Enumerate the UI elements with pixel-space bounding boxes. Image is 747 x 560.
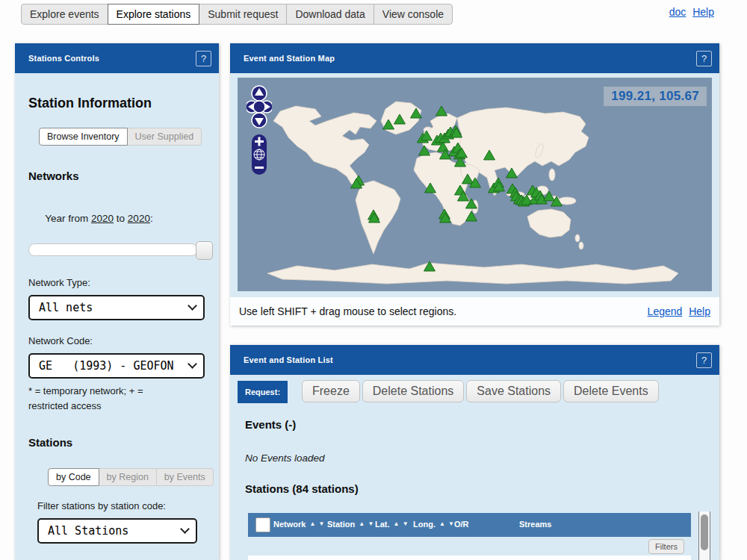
year-slider-handle[interactable] [196, 241, 213, 260]
stations-table-scrollbar[interactable] [698, 511, 710, 560]
tab-view-console[interactable]: View console [374, 4, 453, 25]
year-from-link[interactable]: 2020 [91, 213, 114, 224]
events-empty-text: No Events loaded [245, 452, 325, 464]
scrollbar-thumb[interactable] [701, 514, 708, 550]
station-marker[interactable] [394, 114, 406, 124]
station-information-heading: Station Information [28, 96, 205, 111]
inventory-source-toggle: Browse Inventory User Supplied [39, 128, 202, 146]
delete-events-button[interactable]: Delete Events [563, 380, 659, 402]
station-filter-mode-toggle: by Code by Region by Events [48, 468, 214, 486]
stations-table-header: Network▲ ▼ Station▲ ▼ Lat.▲ ▼ Long.▲ ▼ O… [248, 513, 691, 537]
column-or: O/R [454, 520, 469, 529]
map-footer-links: Legend Help [644, 305, 710, 317]
freeze-button[interactable]: Freeze [302, 380, 360, 402]
column-or-label: O/R [454, 520, 469, 529]
user-supplied-button[interactable]: User Supplied [127, 128, 202, 146]
network-note-line1: * = temporary network; + = [28, 384, 205, 399]
tab-submit-request[interactable]: Submit request [199, 4, 287, 25]
stations-controls-help-button[interactable]: ? [196, 51, 211, 66]
networks-heading: Networks [28, 169, 205, 182]
stations-controls-header: Stations Controls ? [15, 43, 219, 73]
delete-stations-button[interactable]: Delete Stations [362, 380, 465, 402]
map-zoom-control-icon[interactable] [252, 134, 267, 175]
by-code-button[interactable]: by Code [48, 468, 99, 486]
sort-network-icons[interactable]: ▲ ▼ [309, 520, 325, 527]
list-panel-help-button[interactable]: ? [696, 352, 712, 368]
year-range-label: Year from 2020 to 2020: [28, 202, 205, 235]
station-marker[interactable] [411, 108, 422, 118]
map-panel-title: Event and Station Map [244, 54, 335, 63]
column-station-label: Station [327, 520, 355, 529]
browse-inventory-button[interactable]: Browse Inventory [39, 128, 128, 146]
stations-controls-panel: Stations Controls ? Station Information … [15, 43, 219, 560]
network-type-label: Network Type: [28, 277, 205, 288]
table-row[interactable] [248, 556, 691, 560]
map-coordinates-readout: 199.21, 105.67 [604, 87, 707, 106]
station-markers-layer [238, 78, 712, 291]
tab-download-data[interactable]: Download data [286, 4, 374, 25]
network-type-value: All nets [39, 301, 93, 314]
year-range-slider[interactable] [28, 243, 198, 256]
map-panel-help-button[interactable]: ? [696, 51, 712, 66]
tab-explore-stations[interactable]: Explore stations [108, 4, 200, 25]
doc-link[interactable]: doc [669, 6, 686, 18]
filters-button[interactable]: Filters [648, 539, 684, 554]
stations-count-heading: Stations (84 stations) [245, 482, 359, 495]
network-code-value: GE (1993) - GEOFON [39, 359, 174, 373]
station-code-filter-label: Filter stations by station code: [37, 500, 205, 511]
map-help-link[interactable]: Help [689, 305, 710, 317]
network-note-line2: restricted access [28, 399, 205, 414]
by-region-button[interactable]: by Region [99, 468, 157, 486]
network-code-select[interactable]: GE (1993) - GEOFON [28, 353, 205, 379]
column-long: Long.▲ ▼ [413, 520, 455, 529]
station-marker[interactable] [544, 191, 555, 201]
sort-station-icons[interactable]: ▲ ▼ [359, 520, 374, 527]
tab-explore-events[interactable]: Explore events [21, 4, 108, 25]
year-to-link[interactable]: 2020 [128, 213, 150, 224]
station-marker[interactable] [425, 183, 436, 193]
station-marker[interactable] [506, 168, 518, 178]
chevron-down-icon [187, 301, 197, 311]
network-note: * = temporary network; + = restricted ac… [28, 384, 205, 414]
world-map[interactable]: 199.21, 105.67 [238, 78, 712, 291]
help-link[interactable]: Help [692, 6, 714, 18]
map-pan-control-icon[interactable] [247, 85, 272, 128]
list-panel-title: Event and Station List [244, 355, 333, 364]
station-code-select[interactable]: All Stations [37, 518, 197, 544]
by-events-button[interactable]: by Events [156, 468, 214, 486]
column-long-label: Long. [413, 520, 436, 529]
select-all-checkbox[interactable] [255, 517, 270, 532]
legend-link[interactable]: Legend [648, 305, 683, 317]
column-station: Station▲ ▼ [327, 520, 374, 529]
chevron-down-icon [187, 359, 197, 369]
column-lat-label: Lat. [375, 520, 390, 529]
column-streams: Streams [519, 520, 551, 529]
save-stations-button[interactable]: Save Stations [466, 380, 561, 402]
station-code-value: All Stations [48, 524, 128, 538]
event-station-list-panel: Event and Station List ? Request: Freeze… [230, 345, 719, 560]
network-type-select[interactable]: All nets [28, 295, 205, 320]
list-action-buttons: Freeze Delete Stations Save Stations Del… [302, 380, 659, 402]
map-panel-header: Event and Station Map ? [230, 43, 719, 73]
column-streams-label: Streams [519, 520, 551, 529]
station-marker[interactable] [424, 261, 436, 271]
station-marker[interactable] [436, 106, 447, 116]
stations-heading: Stations [28, 436, 205, 449]
column-network-label: Network [273, 520, 306, 529]
sort-long-icons[interactable]: ▲ ▼ [439, 520, 455, 527]
sort-lat-icons[interactable]: ▲ ▼ [394, 520, 409, 527]
event-station-map-panel: Event and Station Map ? [230, 43, 719, 326]
station-marker[interactable] [466, 211, 477, 221]
network-code-label: Network Code: [28, 335, 205, 346]
station-marker[interactable] [383, 119, 394, 129]
year-prefix: Year from [45, 213, 91, 224]
station-marker[interactable] [419, 146, 430, 155]
stations-controls-title: Stations Controls [28, 54, 99, 63]
year-suffix: : [150, 213, 153, 224]
top-links: doc Help [666, 6, 714, 18]
request-button[interactable]: Request: [238, 381, 288, 403]
station-marker[interactable] [462, 174, 474, 184]
station-marker[interactable] [484, 150, 495, 160]
column-lat: Lat.▲ ▼ [375, 520, 409, 529]
chevron-down-icon [180, 524, 190, 534]
